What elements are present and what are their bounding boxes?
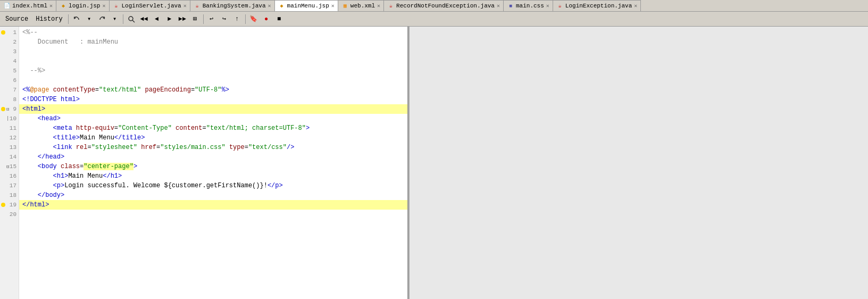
source-tab[interactable]: Source (2, 14, 31, 24)
back-button[interactable]: ↩ (206, 13, 218, 25)
code-line-11: <meta http-equiv="Content-Type" content=… (19, 123, 407, 133)
code-text2: </head> (38, 153, 64, 161)
history-tab[interactable]: History (32, 14, 65, 24)
redo-dropdown-btn[interactable]: ▾ (109, 13, 121, 25)
tab-RecordNotFoundException.java[interactable]: ☕ RecordNotFoundException.java ✕ (384, 0, 504, 12)
code-text2: <link (53, 144, 76, 151)
bookmark-button[interactable]: 🔖 (248, 13, 260, 25)
prev-button[interactable]: ◄◄ (138, 13, 150, 25)
code-text13: "text/css" (248, 144, 287, 151)
tab-main.css[interactable]: ■ main.css ✕ (504, 0, 553, 12)
code-text6: "text/html" (99, 86, 141, 94)
code-text4: contentType (53, 86, 95, 94)
tab-close-login[interactable]: ✕ (102, 3, 105, 9)
code-text9: "styles/main.css" (160, 144, 225, 151)
code-line-16: <h1>Main Menu</h1> (19, 171, 407, 181)
tab-index.html[interactable]: 📄 index.html ✕ (0, 0, 56, 12)
code-text: </html> (22, 201, 49, 209)
gutter-5: 5 (0, 66, 19, 76)
html-icon: 📄 (3, 2, 11, 10)
code-text (22, 192, 38, 199)
gutter-8: 8 (0, 95, 19, 104)
svg-point-2 (129, 16, 133, 21)
gutter-12: 12 (0, 133, 19, 143)
tab-close-webxml[interactable]: ✕ (377, 3, 380, 9)
code-line-7: <%@page contentType="text/html" pageEnco… (19, 85, 407, 95)
stop-button[interactable]: ■ (273, 13, 285, 25)
search-button[interactable] (126, 13, 137, 25)
code-content[interactable]: <%-- Document : mainMenu --%> (19, 27, 407, 299)
code-text3: class (61, 163, 80, 170)
tab-close-loginexception[interactable]: ✕ (634, 3, 637, 9)
tab-close-servlet[interactable]: ✕ (183, 3, 187, 9)
xml-icon: ▦ (341, 2, 349, 10)
tab-close-maincss[interactable]: ✕ (546, 3, 549, 9)
code-line-9: <html> (19, 104, 407, 114)
code-text (22, 144, 53, 151)
code-line-3 (19, 47, 407, 56)
code-text: <% (22, 86, 30, 94)
forward-button[interactable]: ↪ (219, 13, 230, 25)
gutter-2: 2 (0, 37, 19, 47)
code-text9: "text/html; charset=UTF-8" (206, 124, 306, 132)
prev2-button[interactable]: ◄ (151, 13, 163, 25)
next-button[interactable]: ► (164, 13, 176, 25)
up-button[interactable]: ↑ (231, 13, 243, 25)
code-line-1: <%-- (19, 28, 407, 37)
code-text10: > (306, 124, 310, 132)
code-text4: </title> (114, 134, 145, 142)
code-area: 1 2 3 4 5 6 7 8 9⊟ 10| 11 12 13 14 15⊟ 1… (0, 27, 407, 299)
code-text5: = (95, 86, 99, 94)
tab-close-recordnotfound[interactable]: ✕ (497, 3, 500, 9)
code-line-5: --%> (19, 66, 407, 76)
tab-close-mainmenu[interactable]: ✕ (331, 3, 335, 9)
redo-button[interactable] (96, 13, 108, 25)
gutter-9[interactable]: 9⊟ (0, 104, 19, 114)
code-text8: = (203, 124, 206, 132)
dropdown-btn[interactable]: ▾ (84, 13, 95, 25)
tab-label: login.jsp (69, 3, 100, 9)
dropdown-icon2: ▾ (113, 15, 116, 23)
tab-BankingSystem.java[interactable]: ☕ BankingSystem.java ✕ (190, 0, 275, 12)
separator3 (203, 14, 204, 24)
tab-close-banking[interactable]: ✕ (268, 3, 271, 9)
code-text3: http-equiv (76, 124, 114, 132)
tab-label: main.css (516, 3, 544, 9)
tab-LoginException.java[interactable]: ☕ LoginException.java ✕ (553, 0, 641, 12)
tab-web.xml[interactable]: ▦ web.xml ✕ (338, 0, 384, 12)
gutter-1: 1 (0, 28, 19, 37)
code-text2: <h1> (53, 172, 69, 180)
undo-button[interactable] (71, 13, 82, 25)
tab-label: BankingSystem.java (203, 3, 266, 9)
tab-mainMenu.jsp[interactable]: ◆ mainMenu.jsp ✕ (275, 0, 338, 12)
gutter-15[interactable]: 15⊟ (0, 162, 19, 171)
gutter-3: 3 (0, 47, 19, 56)
code-text5: "center-page" (84, 163, 133, 170)
next2-button[interactable]: ►► (177, 13, 188, 25)
code-line-15: <body class="center-page"> (19, 162, 407, 171)
code-text2: <body (38, 163, 61, 170)
tab-label: RecordNotFoundException.java (396, 3, 495, 9)
code-text2: <p> (53, 182, 65, 189)
code-line-20 (19, 210, 407, 219)
code-text (22, 134, 53, 142)
code-text3: Main Menu (80, 134, 114, 142)
gutter-19: 19 (0, 200, 19, 210)
toggle-button[interactable]: ⊞ (189, 13, 201, 25)
code-line-10: <head> (19, 114, 407, 123)
code-text (22, 182, 53, 189)
run-button[interactable]: ● (261, 13, 272, 25)
code-text7: href (141, 144, 156, 151)
tab-close-index[interactable]: ✕ (49, 3, 53, 9)
gutter-20: 20 (0, 210, 19, 219)
gutter-7: 7 (0, 85, 19, 95)
tab-label: LoginException.java (565, 3, 632, 9)
separator2 (123, 14, 123, 24)
tab-login.jsp[interactable]: ◆ login.jsp ✕ (56, 0, 109, 12)
code-text: Document : mainMenu (22, 38, 118, 46)
gutter-18: 18 (0, 190, 19, 200)
code-line-14: </head> (19, 152, 407, 162)
gutter-6: 6 (0, 76, 19, 85)
gutter-10[interactable]: 10| (0, 114, 19, 123)
tab-LoginServlet.java[interactable]: ☕ LoginServlet.java ✕ (110, 0, 190, 12)
